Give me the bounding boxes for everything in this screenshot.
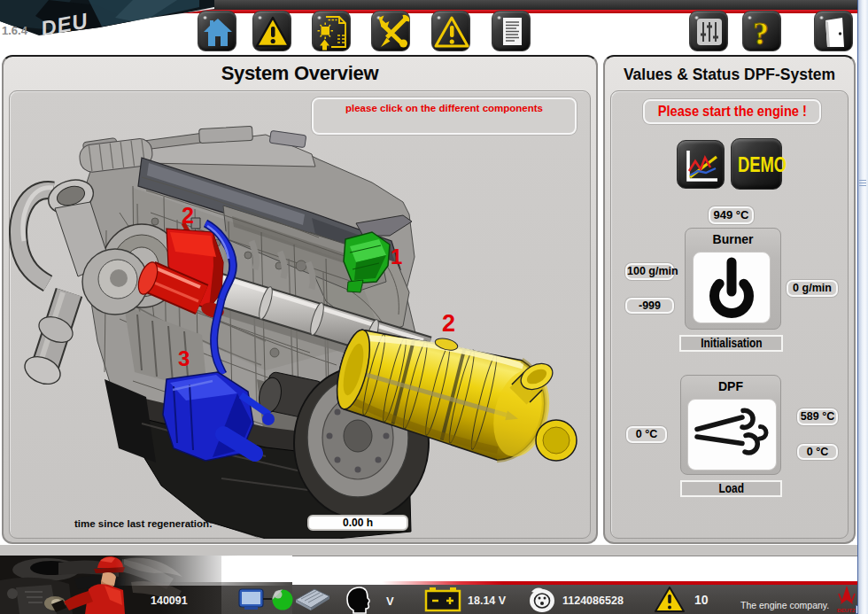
svg-text:1: 1 [391, 245, 402, 268]
svg-text:2: 2 [442, 310, 455, 337]
svg-text:DEUTZ: DEUTZ [837, 607, 856, 613]
svg-text:3: 3 [178, 346, 190, 370]
svg-text:?: ? [753, 16, 769, 51]
svg-text:2: 2 [182, 203, 194, 228]
